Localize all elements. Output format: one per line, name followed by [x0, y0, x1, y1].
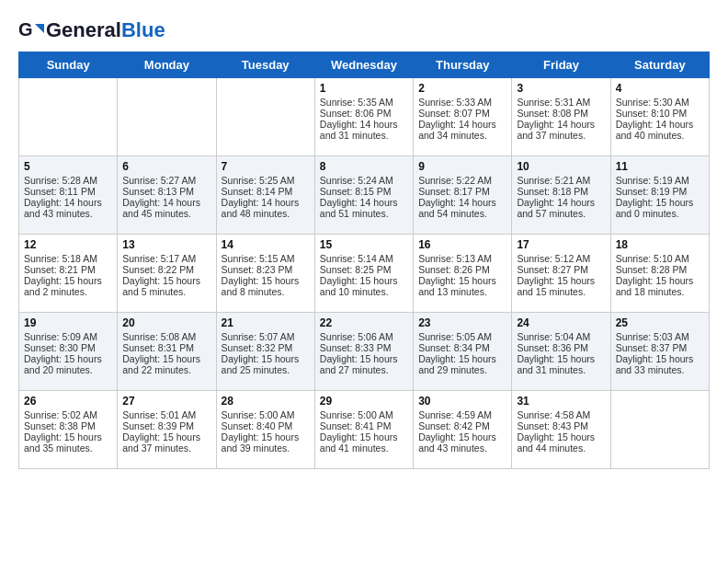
- calendar-cell: 23Sunrise: 5:05 AMSunset: 8:34 PMDayligh…: [414, 313, 512, 391]
- sunset-text: Sunset: 8:33 PM: [320, 342, 408, 353]
- day-number: 1: [320, 82, 408, 95]
- day-number: 6: [122, 160, 210, 173]
- calendar-cell: 21Sunrise: 5:07 AMSunset: 8:32 PMDayligh…: [216, 313, 314, 391]
- calendar-cell: 6Sunrise: 5:27 AMSunset: 8:13 PMDaylight…: [118, 156, 216, 235]
- daylight-text: Daylight: 15 hours and 5 minutes.: [122, 275, 210, 297]
- day-number: 18: [616, 238, 704, 251]
- sunrise-text: Sunrise: 5:14 AM: [320, 253, 408, 264]
- day-number: 30: [418, 395, 506, 408]
- svg-text:G: G: [18, 20, 33, 40]
- daylight-text: Daylight: 14 hours and 43 minutes.: [24, 197, 112, 219]
- day-number: 31: [517, 395, 605, 408]
- daylight-text: Daylight: 14 hours and 37 minutes.: [517, 119, 605, 141]
- calendar-cell: 25Sunrise: 5:03 AMSunset: 8:37 PMDayligh…: [610, 313, 709, 391]
- day-number: 23: [418, 316, 506, 329]
- header-thursday: Thursday: [414, 52, 512, 78]
- logo-icon: G: [18, 20, 44, 40]
- daylight-text: Daylight: 14 hours and 31 minutes.: [320, 119, 408, 141]
- day-number: 14: [222, 238, 310, 251]
- calendar-week-row: 19Sunrise: 5:09 AMSunset: 8:30 PMDayligh…: [19, 313, 710, 391]
- sunrise-text: Sunrise: 5:33 AM: [418, 97, 506, 108]
- sunset-text: Sunset: 8:07 PM: [418, 108, 506, 119]
- sunrise-text: Sunrise: 5:31 AM: [517, 97, 605, 108]
- calendar-cell: [610, 391, 709, 469]
- sunrise-text: Sunrise: 4:59 AM: [418, 409, 506, 420]
- daylight-text: Daylight: 15 hours and 33 minutes.: [616, 353, 704, 375]
- calendar-cell: 5Sunrise: 5:28 AMSunset: 8:11 PMDaylight…: [19, 156, 118, 235]
- calendar-week-row: 1Sunrise: 5:35 AMSunset: 8:06 PMDaylight…: [19, 78, 710, 156]
- calendar-cell: 10Sunrise: 5:21 AMSunset: 8:18 PMDayligh…: [512, 156, 610, 235]
- sunset-text: Sunset: 8:06 PM: [320, 108, 408, 119]
- daylight-text: Daylight: 15 hours and 41 minutes.: [320, 431, 408, 454]
- sunrise-text: Sunrise: 5:19 AM: [616, 175, 704, 186]
- sunrise-text: Sunrise: 5:18 AM: [24, 253, 112, 264]
- header-sunday: Sunday: [19, 52, 118, 78]
- calendar-cell: [216, 78, 314, 156]
- calendar-cell: 16Sunrise: 5:13 AMSunset: 8:26 PMDayligh…: [414, 235, 512, 313]
- daylight-text: Daylight: 14 hours and 40 minutes.: [616, 119, 704, 141]
- sunset-text: Sunset: 8:32 PM: [222, 342, 310, 353]
- daylight-text: Daylight: 15 hours and 10 minutes.: [320, 275, 408, 297]
- day-number: 25: [616, 316, 704, 329]
- daylight-text: Daylight: 15 hours and 8 minutes.: [222, 275, 310, 297]
- day-number: 12: [24, 238, 112, 251]
- day-number: 15: [320, 238, 408, 251]
- calendar-cell: 30Sunrise: 4:59 AMSunset: 8:42 PMDayligh…: [414, 391, 512, 469]
- day-number: 24: [517, 316, 605, 329]
- day-number: 17: [517, 238, 605, 251]
- calendar-cell: 28Sunrise: 5:00 AMSunset: 8:40 PMDayligh…: [216, 391, 314, 469]
- sunrise-text: Sunrise: 5:05 AM: [418, 331, 506, 342]
- daylight-text: Daylight: 15 hours and 18 minutes.: [616, 275, 704, 297]
- day-number: 26: [24, 395, 112, 408]
- sunset-text: Sunset: 8:25 PM: [320, 264, 408, 275]
- header-tuesday: Tuesday: [216, 52, 314, 78]
- sunset-text: Sunset: 8:34 PM: [418, 342, 506, 353]
- day-number: 19: [24, 316, 112, 329]
- sunset-text: Sunset: 8:13 PM: [122, 186, 210, 197]
- calendar-cell: 12Sunrise: 5:18 AMSunset: 8:21 PMDayligh…: [19, 235, 118, 313]
- sunset-text: Sunset: 8:39 PM: [122, 420, 210, 431]
- calendar-cell: 9Sunrise: 5:22 AMSunset: 8:17 PMDaylight…: [414, 156, 512, 235]
- calendar-cell: 7Sunrise: 5:25 AMSunset: 8:14 PMDaylight…: [216, 156, 314, 235]
- sunset-text: Sunset: 8:27 PM: [517, 264, 605, 275]
- daylight-text: Daylight: 15 hours and 44 minutes.: [517, 431, 605, 454]
- calendar-cell: [19, 78, 118, 156]
- calendar-cell: [118, 78, 216, 156]
- day-number: 13: [122, 238, 210, 251]
- sunset-text: Sunset: 8:15 PM: [320, 186, 408, 197]
- calendar-cell: 3Sunrise: 5:31 AMSunset: 8:08 PMDaylight…: [512, 78, 610, 156]
- sunset-text: Sunset: 8:37 PM: [616, 342, 704, 353]
- sunrise-text: Sunrise: 5:27 AM: [122, 175, 210, 186]
- daylight-text: Daylight: 15 hours and 2 minutes.: [24, 275, 112, 297]
- day-number: 29: [320, 395, 408, 408]
- calendar-week-row: 5Sunrise: 5:28 AMSunset: 8:11 PMDaylight…: [19, 156, 710, 235]
- sunrise-text: Sunrise: 4:58 AM: [517, 409, 605, 420]
- sunrise-text: Sunrise: 5:21 AM: [517, 175, 605, 186]
- calendar-cell: 29Sunrise: 5:00 AMSunset: 8:41 PMDayligh…: [314, 391, 413, 469]
- calendar-cell: 4Sunrise: 5:30 AMSunset: 8:10 PMDaylight…: [610, 78, 709, 156]
- day-number: 5: [24, 160, 112, 173]
- sunset-text: Sunset: 8:30 PM: [24, 342, 112, 353]
- day-number: 28: [222, 395, 310, 408]
- sunrise-text: Sunrise: 5:22 AM: [418, 175, 506, 186]
- day-number: 21: [222, 316, 310, 329]
- sunset-text: Sunset: 8:19 PM: [616, 186, 704, 197]
- sunset-text: Sunset: 8:42 PM: [418, 420, 506, 431]
- calendar-cell: 15Sunrise: 5:14 AMSunset: 8:25 PMDayligh…: [314, 235, 413, 313]
- day-number: 22: [320, 316, 408, 329]
- calendar-week-row: 26Sunrise: 5:02 AMSunset: 8:38 PMDayligh…: [19, 391, 710, 469]
- calendar-cell: 18Sunrise: 5:10 AMSunset: 8:28 PMDayligh…: [610, 235, 709, 313]
- calendar-cell: 11Sunrise: 5:19 AMSunset: 8:19 PMDayligh…: [610, 156, 709, 235]
- sunset-text: Sunset: 8:31 PM: [122, 342, 210, 353]
- day-number: 27: [122, 395, 210, 408]
- sunset-text: Sunset: 8:26 PM: [418, 264, 506, 275]
- daylight-text: Daylight: 15 hours and 20 minutes.: [24, 353, 112, 375]
- sunrise-text: Sunrise: 5:28 AM: [24, 175, 112, 186]
- daylight-text: Daylight: 15 hours and 13 minutes.: [418, 275, 506, 297]
- sunrise-text: Sunrise: 5:10 AM: [616, 253, 704, 264]
- calendar-cell: 17Sunrise: 5:12 AMSunset: 8:27 PMDayligh…: [512, 235, 610, 313]
- day-number: 4: [616, 82, 704, 95]
- sunset-text: Sunset: 8:17 PM: [418, 186, 506, 197]
- sunrise-text: Sunrise: 5:04 AM: [517, 331, 605, 342]
- daylight-text: Daylight: 14 hours and 51 minutes.: [320, 197, 408, 219]
